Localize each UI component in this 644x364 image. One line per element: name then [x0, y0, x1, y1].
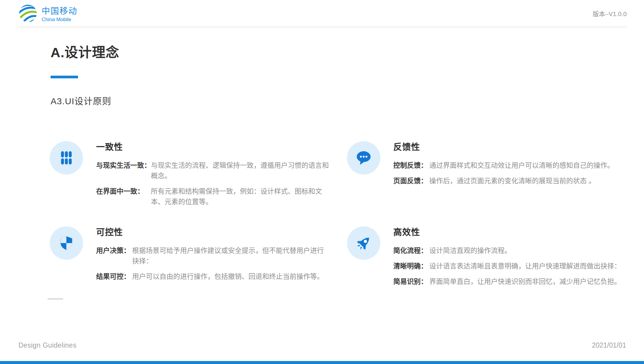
grid-dots-icon	[59, 150, 74, 166]
item-label: 简易识别：	[393, 276, 428, 287]
principle-item: 简易识别： 界面简单直白，让用户快速识别而非回忆，减少用户记忆负担。	[393, 276, 626, 287]
item-label: 清晰明确：	[393, 261, 428, 271]
principle-item: 页面反馈： 操作后，通过页面元素的变化清晰的展现当前的状态 。	[393, 176, 626, 186]
section-consistency: 一致性 与现实生活一致： 与现实生活的流程、逻辑保持一致，遵循用户习惯的语言和概…	[50, 139, 329, 212]
shield-icon	[59, 235, 74, 251]
logo-en-label: China Mobile	[42, 17, 77, 23]
feedback-icon-circle	[347, 141, 380, 175]
section-title: 可控性	[96, 225, 329, 238]
section-efficiency: 高效性 简化流程： 设计简洁直观的操作流程。 清晰明确： 设计语言表达清晰且表意…	[347, 225, 626, 292]
principle-item: 简化流程： 设计简洁直观的操作流程。	[393, 245, 626, 256]
bottom-accent-bar	[0, 361, 644, 364]
principles-grid: 一致性 与现实生活一致： 与现实生活的流程、逻辑保持一致，遵循用户习惯的语言和概…	[50, 139, 626, 292]
item-text: 设计语言表达清晰且表意明确，让用户快速理解进而做出抉择：	[429, 261, 626, 271]
rocket-icon	[355, 235, 372, 251]
efficiency-icon-circle	[347, 226, 380, 260]
section-body: 一致性 与现实生活一致： 与现实生活的流程、逻辑保持一致，遵循用户习惯的语言和概…	[96, 139, 329, 212]
item-text: 根据场景可给予用户操作建议或安全提示，但不能代替用户进行抉择：	[132, 245, 329, 266]
item-label: 与现实生活一致：	[96, 160, 151, 181]
item-label: 控制反馈：	[393, 160, 428, 171]
item-label: 简化流程：	[393, 245, 428, 256]
page-title: A.设计理念	[51, 42, 119, 61]
decorative-dash	[48, 298, 63, 300]
consistency-icon-circle	[50, 141, 83, 175]
logo-text: 中国移动 China Mobile	[42, 4, 77, 23]
china-mobile-logo: 中国移动 China Mobile	[17, 4, 77, 23]
controllability-icon-circle	[50, 226, 83, 260]
footer-document-name: Design Guidelines	[18, 341, 76, 349]
version-label: 版本–V1.0.0	[593, 9, 627, 18]
footer-date: 2021/01/01	[592, 341, 626, 349]
item-text: 操作后，通过页面元素的变化清晰的展现当前的状态 。	[429, 176, 626, 186]
item-text: 设计简洁直观的操作流程。	[429, 245, 626, 256]
header: 中国移动 China Mobile 版本–V1.0.0	[17, 0, 627, 27]
item-text: 用户可以自由的进行操作，包括撤销、回退和终止当前操作等。	[132, 271, 329, 282]
chat-bubble-icon	[355, 150, 372, 166]
section-title: 反馈性	[393, 140, 626, 153]
item-text: 与现实生活的流程、逻辑保持一致，遵循用户习惯的语言和概念。	[151, 160, 329, 181]
title-accent-bar	[51, 76, 78, 78]
logo-cn-label: 中国移动	[42, 4, 77, 16]
section-title: 一致性	[96, 140, 329, 153]
item-text: 界面简单直白，让用户快速识别而非回忆，减少用户记忆负担。	[429, 276, 626, 287]
section-controllability: 可控性 用户决策： 根据场景可给予用户操作建议或安全提示，但不能代替用户进行抉择…	[50, 225, 329, 292]
section-body: 可控性 用户决策： 根据场景可给予用户操作建议或安全提示，但不能代替用户进行抉择…	[96, 225, 329, 292]
item-label: 用户决策：	[96, 245, 130, 266]
china-mobile-logo-icon	[18, 4, 37, 23]
principle-item: 清晰明确： 设计语言表达清晰且表意明确，让用户快速理解进而做出抉择：	[393, 261, 626, 271]
section-body: 高效性 简化流程： 设计简洁直观的操作流程。 清晰明确： 设计语言表达清晰且表意…	[393, 225, 626, 292]
principle-item: 结果可控： 用户可以自由的进行操作，包括撤销、回退和终止当前操作等。	[96, 271, 329, 282]
section-body: 反馈性 控制反馈： 通过界面样式和交互动效让用户可以清晰的感知自己的操作。 页面…	[393, 139, 626, 212]
principle-item: 与现实生活一致： 与现实生活的流程、逻辑保持一致，遵循用户习惯的语言和概念。	[96, 160, 329, 181]
section-title: 高效性	[393, 225, 626, 238]
item-label: 结果可控：	[96, 271, 130, 282]
design-guidelines-page: 中国移动 China Mobile 版本–V1.0.0 A.设计理念 A3.UI…	[0, 0, 644, 364]
title-block: A.设计理念 A3.UI设计原则	[51, 42, 119, 107]
item-label: 在界面中一致：	[96, 186, 151, 207]
item-label: 页面反馈：	[393, 176, 428, 186]
section-feedback: 反馈性 控制反馈： 通过界面样式和交互动效让用户可以清晰的感知自己的操作。 页面…	[347, 139, 626, 212]
principle-item: 用户决策： 根据场景可给予用户操作建议或安全提示，但不能代替用户进行抉择：	[96, 245, 329, 266]
principle-item: 控制反馈： 通过界面样式和交互动效让用户可以清晰的感知自己的操作。	[393, 160, 626, 171]
page-subtitle: A3.UI设计原则	[51, 94, 119, 107]
item-text: 所有元素和结构需保持一致，例如：设计样式、图标和文本、元素的位置等。	[151, 186, 329, 207]
item-text: 通过界面样式和交互动效让用户可以清晰的感知自己的操作。	[429, 160, 626, 171]
principle-item: 在界面中一致： 所有元素和结构需保持一致，例如：设计样式、图标和文本、元素的位置…	[96, 186, 329, 207]
